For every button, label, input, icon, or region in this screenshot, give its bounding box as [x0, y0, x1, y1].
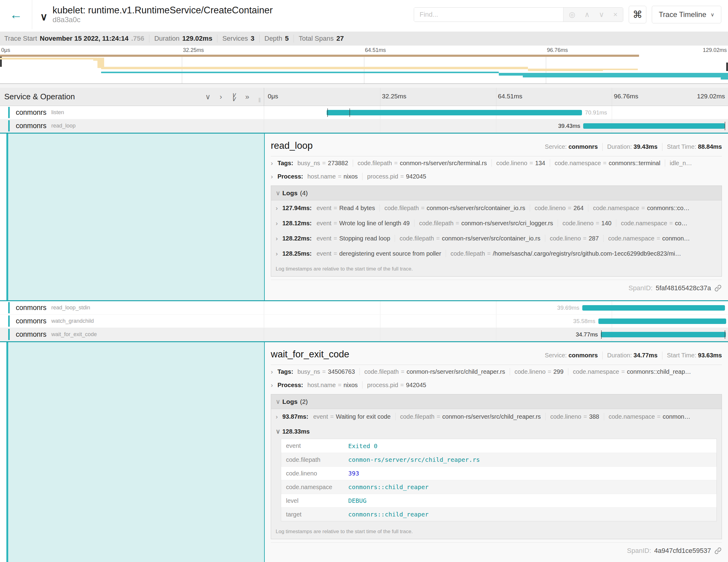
find-clear-icon[interactable]: × [613, 10, 617, 19]
back-button[interactable]: ← [0, 0, 32, 29]
expander-icon[interactable]: › [276, 235, 282, 242]
log-marker [601, 330, 602, 339]
log-marker [725, 122, 725, 130]
divider [395, 413, 396, 420]
process-row[interactable]: › Process: host.name=nixosprocess.pid=94… [271, 170, 722, 183]
log-timestamp: 128.12ms: [282, 220, 312, 227]
span-track[interactable]: 34.77ms [264, 328, 728, 341]
tick-label: 64.51ms [364, 47, 386, 53]
minimap-span-segment [528, 69, 603, 71]
view-selector-button[interactable]: Trace Timeline ∨ [652, 6, 721, 23]
span-row-listen[interactable]: conmonrs listen 70.91ms [0, 106, 728, 119]
log-entry[interactable]: ›128.22ms:event=Stopping read loopcode.f… [271, 231, 722, 246]
minimap-left-handle[interactable] [0, 55, 2, 67]
tags-row[interactable]: › Tags: busy_ns=34506763code.filepath=co… [271, 365, 722, 378]
detail-title: wait_for_exit_code [271, 349, 349, 360]
expander-icon[interactable]: › [271, 159, 277, 167]
timeline-column-header: Service & Operation ∨ › ∨∨ » ‖ 0μs 32.25… [0, 88, 728, 106]
logs-note: Log timestamps are relative to the start… [271, 261, 722, 276]
log-entry[interactable]: ›93.87ms:event=Waiting for exit codecode… [271, 409, 722, 424]
log-entry[interactable]: ›128.12ms:event=Wrote log line of length… [271, 216, 722, 231]
column-resize-handle[interactable]: ‖ [258, 97, 261, 104]
expander-icon[interactable]: › [276, 250, 282, 257]
tick-label: 32.25ms [380, 93, 407, 100]
service-accent [8, 329, 10, 340]
link-icon[interactable] [714, 547, 722, 555]
expander-icon: ∨ [276, 189, 282, 197]
divider [558, 220, 558, 227]
collapse-trace-chevron-icon[interactable]: ∨ [40, 11, 48, 23]
kv-pair: code.namespace=conmonrs::co… [593, 205, 689, 212]
kv-pair: code.lineno=388 [550, 413, 599, 420]
span-track[interactable]: 70.91ms [264, 106, 728, 119]
span-detail-read-loop: read_loop Service: conmonrs Duration: 39… [0, 133, 728, 301]
keyboard-shortcuts-button[interactable]: ⌘ [629, 6, 646, 23]
kv-pair: event=Wrote log line of length 49 [317, 220, 410, 227]
minimap-right-handle[interactable] [726, 63, 728, 71]
divider [414, 220, 414, 227]
span-track[interactable]: 35.58ms [264, 315, 728, 328]
expander-icon[interactable]: › [276, 220, 282, 227]
trace-summary-bar: Trace Start November 15 2022, 11:24:14.7… [0, 32, 728, 46]
kv-pair: event=Waiting for exit code [313, 413, 391, 420]
minimap-graph[interactable] [0, 55, 728, 84]
find-prev-icon[interactable]: ∧ [584, 10, 590, 19]
kv-pair: host.name=nixos [308, 173, 358, 180]
log-timestamp: 128.22ms: [282, 235, 312, 242]
locate-icon[interactable]: ◎ [569, 10, 575, 19]
collapse-controls: ∨ › ∨∨ » [205, 93, 260, 101]
span-row-watch-grandchild[interactable]: conmonrs watch_grandchild 35.58ms [0, 315, 728, 328]
divider [568, 368, 568, 375]
span-bar[interactable] [601, 332, 726, 337]
tick-label: 129.02ms [703, 47, 727, 53]
detail-panel: read_loop Service: conmonrs Duration: 39… [264, 134, 728, 300]
span-row-read-loop[interactable]: conmonrs read_loop 39.43ms [0, 119, 728, 133]
log-fields-table: eventExited 0code.filepathconmon-rs/serv… [281, 439, 717, 521]
expander-icon[interactable]: › [271, 381, 277, 389]
collapse-all-icon[interactable]: ∨∨ [231, 93, 236, 101]
log-entry[interactable]: ›128.25ms:event=deregistering event sour… [271, 246, 722, 261]
service-operation-header: Service & Operation ∨ › ∨∨ » ‖ [0, 88, 264, 106]
span-track[interactable]: 39.43ms [264, 119, 728, 132]
divider [259, 35, 260, 43]
kv-pair: code.namespace=conmonrs::terminal [555, 160, 660, 167]
expand-all-icon[interactable]: » [245, 93, 249, 101]
span-row-read-loop-stdin[interactable]: conmonrs read_loop_stdin 39.69ms [0, 301, 728, 315]
operation-name: listen [51, 109, 64, 116]
find-next-icon[interactable]: ∨ [599, 10, 604, 19]
process-row[interactable]: › Process: host.name=nixosprocess.pid=94… [271, 378, 722, 392]
kv-pair: code.filepath=conmon-rs/server/src/conta… [384, 205, 525, 212]
divider [604, 413, 604, 420]
kv-pair: code.lineno=287 [550, 235, 599, 242]
span-bar[interactable] [582, 305, 725, 311]
minimap-span-segment [0, 55, 639, 57]
service-accent [8, 107, 10, 118]
span-bar[interactable] [327, 110, 582, 115]
expand-one-icon[interactable]: › [220, 93, 222, 101]
tick-label: 129.02ms [697, 93, 725, 100]
span-bar[interactable] [598, 318, 726, 324]
collapse-one-icon[interactable]: ∨ [205, 93, 211, 101]
span-bar[interactable] [583, 123, 725, 129]
tick-label: 96.76ms [546, 47, 568, 53]
span-row-wait-for-exit-code[interactable]: conmonrs wait_for_exit_code 34.77ms [0, 328, 728, 341]
expander-icon[interactable]: › [276, 413, 282, 420]
trace-minimap[interactable]: 0μs 32.25ms 64.51ms 96.76ms 129.02ms [0, 46, 728, 84]
expander-icon[interactable]: › [276, 204, 282, 212]
divider [294, 35, 294, 43]
expanded-log-header[interactable]: ∨ 128.33ms [271, 424, 722, 438]
logs-header[interactable]: ∨ Logs (2) [271, 394, 722, 409]
logs-header[interactable]: ∨ Logs (4) [271, 186, 722, 200]
log-marker [725, 330, 725, 339]
expander-icon[interactable]: › [271, 368, 277, 375]
title-block: kubelet: runtime.v1.RuntimeService/Creat… [53, 5, 273, 24]
span-track[interactable]: 39.69ms [264, 301, 728, 314]
tags-row[interactable]: › Tags: busy_ns=273882code.filepath=conm… [271, 156, 722, 170]
trace-depth: Depth 5 [263, 35, 290, 43]
minimap-span-segment [523, 76, 728, 77]
link-icon[interactable] [714, 284, 722, 292]
expander-icon[interactable]: › [271, 173, 277, 180]
detail-meta: Service: conmonrs Duration: 39.43ms Star… [545, 143, 722, 151]
log-entry[interactable]: ›127.94ms:event=Read 4 bytescode.filepat… [271, 200, 722, 216]
find-input[interactable] [414, 8, 563, 22]
